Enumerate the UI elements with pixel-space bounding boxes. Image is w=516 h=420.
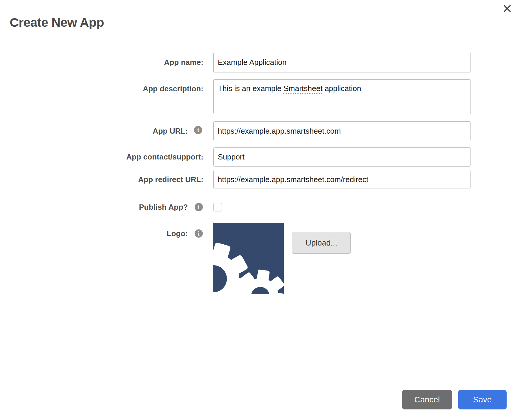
create-new-app-dialog: Create New App App name: App description… [0,0,516,420]
app-name-input[interactable] [213,52,471,73]
info-icon[interactable]: i [194,126,202,134]
app-name-label: App name: [164,58,203,67]
upload-logo-button[interactable]: Upload... [292,232,351,254]
cancel-button[interactable]: Cancel [402,390,452,409]
app-contact-label: App contact/support: [126,152,203,162]
app-contact-input[interactable] [213,147,471,167]
app-description-textarea[interactable]: This is an example Smartsheet applicatio… [213,79,471,114]
description-text-after: application [323,84,361,93]
info-icon[interactable]: i [195,229,203,238]
description-text-before: This is an example [218,84,284,93]
app-url-label: App URL: [153,126,188,136]
page-title: Create New App [10,15,104,30]
logo-label: Logo: [167,229,188,238]
publish-app-label: Publish App? [139,202,188,212]
app-url-input[interactable] [213,121,471,141]
app-redirect-url-input[interactable] [213,170,471,189]
save-button[interactable]: Save [458,390,507,409]
app-logo-image [213,223,284,294]
description-misspelled-word: Smartsheet [284,84,323,93]
publish-app-checkbox[interactable] [213,203,222,211]
app-description-label: App description: [143,84,203,93]
app-redirect-url-label: App redirect URL: [138,175,203,184]
info-icon[interactable]: i [195,203,203,211]
close-icon[interactable] [502,4,512,14]
close-x-glyph [503,5,511,12]
gears-logo-icon [213,223,284,294]
